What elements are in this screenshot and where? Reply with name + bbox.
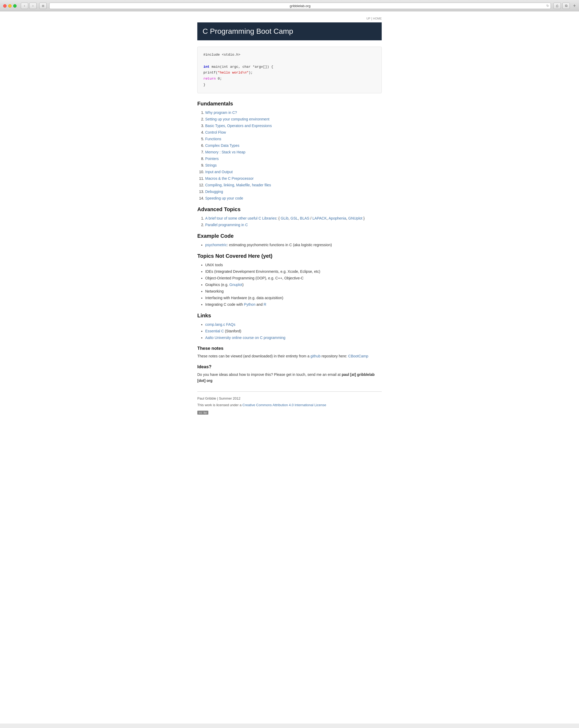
list-item: Graphics (e.g. Gnuplot) [205, 282, 382, 288]
apophenia-link[interactable]: Apophenia [329, 216, 346, 220]
fund-link-5[interactable]: Functions [205, 137, 221, 141]
forward-button[interactable]: › [29, 3, 37, 9]
ideas-heading: Ideas? [197, 364, 382, 369]
ideas-pre: Do you have ideas about how to improve t… [197, 372, 342, 376]
fund-link-10[interactable]: Input and Output [205, 170, 232, 174]
list-item: Speeding up your code [205, 196, 382, 201]
browser-actions: ⎙ ⧉ [553, 3, 570, 9]
code-type-int: int [203, 65, 212, 69]
address-bar[interactable]: gribblelab.org ↻ [49, 3, 551, 9]
code-args: (int argc, char *argv[]) { [220, 65, 273, 69]
fund-link-9[interactable]: Strings [205, 163, 217, 167]
fund-link-6[interactable]: Complex Data Types [205, 144, 240, 148]
fund-link-7[interactable]: Memory : Stack vs Heap [205, 150, 246, 154]
fund-link-14[interactable]: Speeding up your code [205, 196, 243, 200]
code-string: "hello world\n" [218, 71, 249, 75]
list-item: Memory : Stack vs Heap [205, 150, 382, 155]
fundamentals-list: Why program in C? Setting up your comput… [197, 110, 382, 201]
list-item: Why program in C? [205, 110, 382, 115]
psychometric-link[interactable]: psychometric [205, 243, 227, 247]
fund-link-2[interactable]: Setting up your computing environment [205, 117, 270, 121]
fund-link-1[interactable]: Why program in C? [205, 110, 237, 115]
sidebar-button[interactable]: ⊞ [39, 3, 47, 9]
these-notes-mid: repository here: [321, 354, 348, 358]
fund-link-3[interactable]: Basic Types, Operators and Expressions [205, 124, 272, 128]
list-item: Strings [205, 163, 382, 168]
adv-link-2[interactable]: Parallel programming in C [205, 223, 248, 227]
links-heading: Links [197, 313, 382, 319]
cbootcamp-link[interactable]: CBootCamp [348, 354, 368, 358]
these-notes-section: These notes These notes can be viewed (a… [197, 346, 382, 359]
list-item: Input and Output [205, 169, 382, 175]
list-item: Compiling, linking, Makefile, header fil… [205, 182, 382, 188]
example-code-list: psychometric: estimating psychometric fu… [197, 242, 382, 248]
footer-license-text: This work is licensed under a Creative C… [197, 402, 382, 408]
adv-link-1[interactable]: A brief tour of some other useful C Libr… [205, 216, 276, 220]
advanced-topics-section: Advanced Topics A brief tour of some oth… [197, 206, 382, 228]
advanced-topics-list: A brief tour of some other useful C Libr… [197, 216, 382, 228]
psychometric-text: : estimating psychometric functions in C… [227, 243, 332, 247]
list-item: Setting up your computing environment [205, 116, 382, 122]
advanced-topics-heading: Advanced Topics [197, 206, 382, 212]
gnuplot-link[interactable]: Gnuplot [229, 283, 242, 287]
minimize-button[interactable] [8, 4, 11, 8]
close-button[interactable] [3, 4, 7, 8]
complangc-link[interactable]: comp.lang.c FAQs [205, 322, 235, 327]
glib-link[interactable]: GLib [280, 216, 288, 220]
code-main: main [212, 65, 220, 69]
code-line-2 [203, 58, 376, 64]
list-item: Control Flow [205, 130, 382, 135]
python-link[interactable]: Python [244, 302, 255, 307]
list-item: UNIX tools [205, 262, 382, 268]
topics-not-covered-section: Topics Not Covered Here (yet) UNIX tools… [197, 253, 382, 307]
list-item: Macros & the C Preprocessor [205, 176, 382, 181]
fund-link-8[interactable]: Pointers [205, 157, 219, 161]
code-zero: 0; [218, 77, 222, 81]
fundamentals-section: Fundamentals Why program in C? Setting u… [197, 101, 382, 201]
page-header: C Programming Boot Camp [197, 22, 382, 40]
home-link[interactable]: HOME [373, 17, 382, 20]
fund-link-13[interactable]: Debugging [205, 189, 223, 194]
example-code-heading: Example Code [197, 233, 382, 239]
aalto-link[interactable]: Aalto University online course on C prog… [205, 336, 285, 340]
topics-not-covered-list: UNIX tools IDEs (Integrated Development … [197, 262, 382, 307]
up-link[interactable]: UP [366, 17, 370, 20]
list-item: Debugging [205, 189, 382, 194]
share-button[interactable]: ⎙ [553, 3, 561, 9]
list-item: Essential C (Stanford) [205, 329, 382, 334]
page-footer: Paul Gribble | Summer 2012 This work is … [197, 391, 382, 415]
code-line-6: } [203, 82, 376, 88]
list-item: Parallel programming in C [205, 222, 382, 228]
github-link[interactable]: github [310, 354, 321, 358]
list-item: Pointers [205, 156, 382, 162]
essential-c-link[interactable]: Essential C [205, 329, 224, 333]
these-notes-text: These notes can be viewed (and downloade… [197, 353, 382, 359]
cc-license-link[interactable]: Creative Commons Attribution 4.0 Interna… [242, 403, 326, 407]
fullscreen-button[interactable] [13, 4, 17, 8]
refresh-icon[interactable]: ↻ [546, 4, 549, 8]
r-link[interactable]: R [264, 302, 266, 307]
back-button[interactable]: ‹ [21, 3, 28, 9]
gsl-link[interactable]: GSL [291, 216, 298, 220]
list-item: Aalto University online course on C prog… [205, 335, 382, 341]
code-printf-end: ); [249, 71, 253, 75]
page-title: C Programming Boot Camp [202, 27, 377, 35]
fund-link-4[interactable]: Control Flow [205, 130, 226, 134]
list-item: A brief tour of some other useful C Libr… [205, 216, 382, 221]
window-button[interactable]: ⧉ [562, 3, 570, 9]
ideas-text: Do you have ideas about how to improve t… [197, 372, 382, 384]
add-tab-button[interactable]: + [573, 3, 576, 9]
list-item: Object-Oriented Programming (OOP), e.g. … [205, 276, 382, 281]
fund-link-12[interactable]: Compiling, linking, Makefile, header fil… [205, 183, 271, 187]
blas-link[interactable]: BLAS [300, 216, 309, 220]
list-item: IDEs (Integrated Development Environment… [205, 269, 382, 275]
links-list: comp.lang.c FAQs Essential C (Stanford) … [197, 322, 382, 341]
list-item: Functions [205, 136, 382, 142]
gnuplot-link-adv[interactable]: GNUplot [348, 216, 362, 220]
lapack-link[interactable]: LAPACK [312, 216, 327, 220]
list-item: psychometric: estimating psychometric fu… [205, 242, 382, 248]
code-line-5: return 0; [203, 76, 376, 82]
fund-link-11[interactable]: Macros & the C Preprocessor [205, 176, 254, 181]
code-return: return [203, 77, 218, 81]
code-printf: printf( [203, 71, 218, 75]
